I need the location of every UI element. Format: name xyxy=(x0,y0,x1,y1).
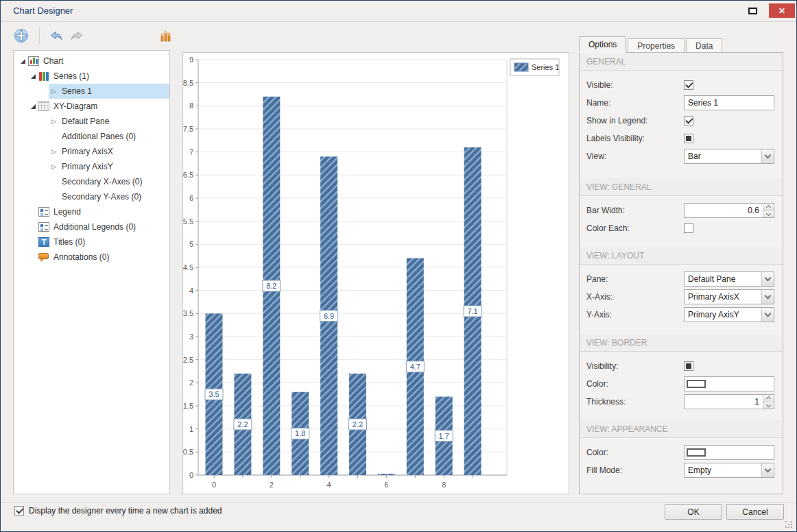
tree-item-label: Secondary Y-Axes (0) xyxy=(59,192,141,202)
view-dropdown[interactable]: Bar xyxy=(684,149,774,164)
field-label: Pane: xyxy=(586,274,684,284)
field-label: Color: xyxy=(586,379,684,389)
name-input[interactable] xyxy=(684,95,774,110)
spin-down-icon[interactable] xyxy=(763,211,774,218)
tree-item-additional-panes-0[interactable]: Additional Panes (0) xyxy=(49,129,169,144)
chart-structure-tree: ChartSeries (1)▷Series 1XY-Diagram▷Defau… xyxy=(13,50,170,494)
appearance-color-picker[interactable] xyxy=(684,445,774,460)
expand-collapsed-icon[interactable]: ▷ xyxy=(49,86,59,97)
chart-type-button[interactable] xyxy=(157,27,175,45)
svg-text:1.7: 1.7 xyxy=(439,432,449,440)
close-icon[interactable]: ✕ xyxy=(769,3,795,18)
expand-collapsed-icon[interactable]: ▷ xyxy=(49,117,59,127)
add-chart-element-button[interactable] xyxy=(12,27,30,45)
field-label: Color: xyxy=(586,448,684,457)
field-label: Color Each: xyxy=(586,223,684,233)
tree-item-secondary-x-axes-0[interactable]: Secondary X-Axes (0) xyxy=(49,174,169,189)
svg-text:7.1: 7.1 xyxy=(467,307,477,315)
border-visibility-checkbox[interactable] xyxy=(684,361,693,371)
spin-up-icon[interactable] xyxy=(763,204,774,211)
chart-legend[interactable]: Series 1 xyxy=(510,59,559,75)
undo-button[interactable] xyxy=(47,27,65,45)
ok-button[interactable]: OK xyxy=(665,504,722,520)
tab-properties[interactable]: Properties xyxy=(628,38,685,53)
pane-dropdown[interactable]: Default Pane xyxy=(684,271,774,287)
tree-item-legend[interactable]: Legend xyxy=(28,204,169,219)
color-each-checkbox[interactable] xyxy=(684,223,693,233)
tree-item-additional-legends-0[interactable]: Additional Legends (0) xyxy=(28,219,169,234)
tree-item-series-1[interactable]: Series (1) xyxy=(28,69,169,84)
show-in-legend-checkbox[interactable] xyxy=(684,116,693,125)
x-tick-label: 8 xyxy=(442,481,446,489)
chevron-down-icon[interactable] xyxy=(761,290,774,304)
display-designer-label: Display the designer every time a new ch… xyxy=(29,506,222,516)
maximize-icon[interactable] xyxy=(748,8,757,14)
chart-canvas[interactable]: 00.511.522.533.544.555.566.577.588.59024… xyxy=(183,53,569,494)
border-color-picker[interactable] xyxy=(684,376,774,391)
spin-down-icon[interactable] xyxy=(763,402,774,409)
tree-item-chart[interactable]: Chart xyxy=(18,53,169,69)
svg-text:4.5: 4.5 xyxy=(183,263,193,271)
svg-text:6.5: 6.5 xyxy=(183,171,193,179)
tree-item-primary-axisy[interactable]: ▷Primary AxisY xyxy=(49,159,169,174)
grid-icon xyxy=(38,101,49,111)
x-tick-label: 4 xyxy=(327,481,331,489)
tree-item-series-1[interactable]: ▷Series 1 xyxy=(49,84,169,99)
tree-item-secondary-y-axes-0[interactable]: Secondary Y-Axes (0) xyxy=(49,189,169,204)
fill-mode-dropdown[interactable]: Empty xyxy=(684,463,774,478)
chevron-down-icon[interactable] xyxy=(761,463,774,477)
field-label: Labels Visibility: xyxy=(586,134,684,143)
spin-up-icon[interactable] xyxy=(763,395,774,402)
chart-bar[interactable] xyxy=(378,474,395,475)
expand-spacer xyxy=(28,222,38,232)
title-bar: Chart Designer ✕ xyxy=(1,1,796,22)
chart-preview[interactable]: 00.511.522.533.544.555.566.577.588.59024… xyxy=(182,52,569,494)
tree-item-primary-axisx[interactable]: ▷Primary AxisX xyxy=(49,144,169,159)
chevron-down-icon[interactable] xyxy=(761,272,774,286)
field-label: View: xyxy=(586,152,684,161)
x-tick-label: 2 xyxy=(270,481,274,489)
y-axis-dropdown[interactable]: Primary AxisY xyxy=(684,307,774,322)
expand-collapsed-icon[interactable]: ▷ xyxy=(49,147,59,157)
tree-item-annotations-0[interactable]: Annotations (0) xyxy=(28,250,169,265)
labels-visibility-checkbox[interactable] xyxy=(684,134,693,143)
resize-grip[interactable] xyxy=(785,521,794,529)
visible-checkbox[interactable] xyxy=(684,80,693,90)
tree-item-label: Secondary X-Axes (0) xyxy=(59,177,142,186)
undo-icon xyxy=(49,30,63,42)
display-designer-checkbox[interactable] xyxy=(14,506,24,516)
chevron-down-icon[interactable] xyxy=(761,149,774,163)
tree-item-default-pane[interactable]: ▷Default Pane xyxy=(49,114,169,129)
annotations-icon xyxy=(38,252,49,262)
tab-options[interactable]: Options xyxy=(579,36,626,53)
x-axis-dropdown[interactable]: Primary AxisX xyxy=(684,289,774,304)
expand-expanded-icon[interactable] xyxy=(28,101,38,112)
expand-expanded-icon[interactable] xyxy=(18,56,28,66)
bar-width-spinner[interactable]: 0.6 xyxy=(684,203,774,218)
tree-item-label: Chart xyxy=(43,56,63,66)
expand-spacer xyxy=(28,207,38,217)
tab-data[interactable]: Data xyxy=(686,38,722,53)
redo-button[interactable] xyxy=(68,27,86,45)
expand-spacer xyxy=(28,237,38,247)
tree-item-xy-diagram[interactable]: XY-Diagram xyxy=(28,99,169,114)
tree-item-label: Primary AxisY xyxy=(59,162,113,171)
tree-item-titles-0[interactable]: Titles (0) xyxy=(28,234,169,250)
svg-text:2: 2 xyxy=(189,378,193,387)
svg-text:8.2: 8.2 xyxy=(266,282,276,290)
expand-expanded-icon[interactable] xyxy=(28,71,38,82)
cancel-button[interactable]: Cancel xyxy=(726,504,784,520)
svg-text:3: 3 xyxy=(189,332,193,341)
section-header-view-border: VIEW: BORDER xyxy=(580,334,783,352)
chevron-down-icon[interactable] xyxy=(761,308,774,322)
series-icon xyxy=(38,71,49,81)
tree-item-label: Titles (0) xyxy=(53,237,85,247)
expand-collapsed-icon[interactable]: ▷ xyxy=(49,162,59,172)
thickness-spinner[interactable]: 1 xyxy=(684,394,774,409)
tree-item-label: Primary AxisX xyxy=(59,147,113,156)
svg-text:1: 1 xyxy=(189,425,193,433)
svg-text:8: 8 xyxy=(189,101,193,110)
svg-text:7: 7 xyxy=(189,148,193,156)
svg-text:2.2: 2.2 xyxy=(353,420,363,428)
plus-circle-icon xyxy=(14,28,29,43)
